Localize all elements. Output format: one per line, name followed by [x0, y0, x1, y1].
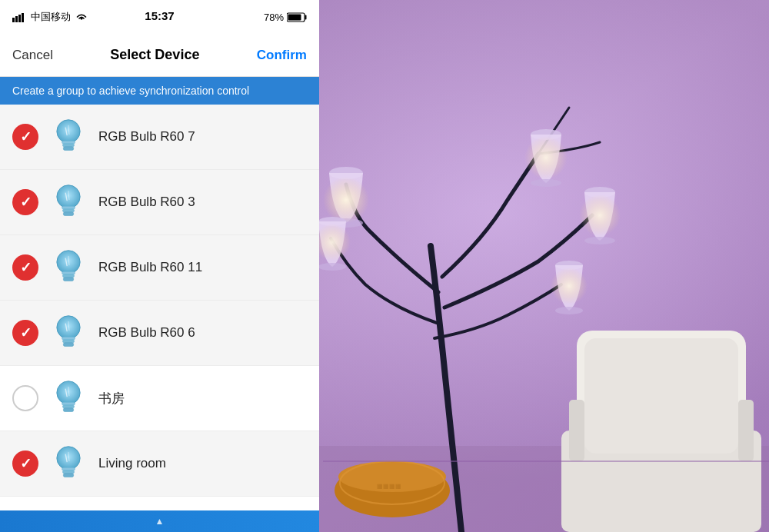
- svg-rect-28: [12, 18, 15, 22]
- device-item[interactable]: RGB Bulb R60 3: [0, 170, 319, 235]
- bulb-svg: [52, 182, 85, 222]
- svg-rect-37: [62, 144, 74, 147]
- svg-rect-67: [62, 470, 74, 474]
- svg-point-35: [57, 120, 80, 143]
- svg-rect-55: [62, 340, 74, 343]
- bulb-icon: [49, 310, 88, 356]
- svg-rect-48: [62, 271, 75, 274]
- svg-point-47: [57, 251, 80, 274]
- device-checkbox[interactable]: [12, 451, 38, 477]
- svg-point-53: [57, 316, 80, 339]
- svg-point-10: [584, 237, 615, 244]
- svg-rect-22: [738, 400, 754, 461]
- svg-rect-30: [18, 15, 21, 22]
- svg-point-5: [323, 177, 369, 223]
- status-bar: 中国移动 15:37 78%: [0, 0, 319, 34]
- svg-rect-61: [62, 405, 74, 408]
- bulb-icon: [49, 375, 88, 421]
- svg-rect-50: [63, 278, 73, 281]
- bulb-icon: [49, 244, 88, 291]
- svg-point-41: [57, 185, 80, 208]
- svg-rect-68: [63, 474, 73, 477]
- signal-icon: [12, 12, 28, 22]
- svg-rect-31: [22, 13, 24, 22]
- svg-rect-33: [305, 15, 307, 19]
- svg-rect-60: [62, 402, 75, 405]
- bulb-icon: [49, 179, 88, 225]
- svg-point-7: [531, 179, 561, 187]
- svg-rect-44: [63, 212, 73, 216]
- carrier-name: 中国移动: [31, 10, 71, 24]
- bulb-icon: [49, 441, 88, 487]
- device-name: 书房: [98, 390, 125, 407]
- bottom-bar-text: ▲: [155, 516, 165, 527]
- svg-point-59: [57, 381, 80, 404]
- svg-point-8: [524, 136, 568, 179]
- device-checkbox[interactable]: [12, 385, 38, 411]
- svg-rect-29: [15, 16, 18, 22]
- battery-percent: 78%: [264, 12, 284, 23]
- svg-rect-54: [62, 337, 75, 340]
- nav-title: Select Device: [110, 47, 199, 63]
- svg-point-65: [57, 447, 80, 470]
- device-checkbox[interactable]: [12, 124, 38, 150]
- device-list[interactable]: RGB Bulb R60 7 RGB Bulb R60 3: [0, 105, 319, 510]
- svg-rect-49: [62, 274, 74, 278]
- svg-rect-38: [63, 147, 73, 151]
- svg-rect-56: [63, 343, 73, 347]
- device-checkbox[interactable]: [12, 189, 38, 215]
- svg-text:▦▦▦▦: ▦▦▦▦: [377, 483, 401, 490]
- svg-rect-21: [569, 400, 584, 461]
- bottom-bar-peek: ▲: [0, 510, 319, 532]
- svg-point-14: [551, 268, 588, 304]
- svg-rect-36: [62, 141, 75, 144]
- device-name: RGB Bulb R60 7: [98, 129, 195, 145]
- svg-point-13: [555, 307, 583, 314]
- svg-point-16: [318, 263, 346, 271]
- bulb-svg: [52, 117, 85, 157]
- bulb-svg: [52, 444, 85, 484]
- svg-point-17: [314, 224, 351, 261]
- svg-point-11: [579, 195, 621, 236]
- bulb-svg: [52, 378, 85, 418]
- bulb-svg: [52, 248, 85, 288]
- svg-rect-42: [62, 206, 75, 209]
- svg-rect-20: [584, 338, 738, 454]
- svg-rect-43: [62, 209, 74, 212]
- svg-rect-34: [288, 14, 301, 20]
- device-name: RGB Bulb R60 6: [98, 325, 195, 341]
- device-item[interactable]: RGB Bulb R60 7: [0, 105, 319, 170]
- info-bar: Create a group to achieve synchronizatio…: [0, 77, 319, 105]
- device-name: RGB Bulb R60 3: [98, 195, 195, 210]
- wifi-icon: [75, 12, 88, 22]
- svg-rect-66: [62, 467, 75, 470]
- device-name: RGB Bulb R60 11: [98, 260, 202, 275]
- nav-bar: Cancel Select Device Confirm: [0, 34, 319, 77]
- device-name: Living room: [98, 456, 166, 471]
- device-checkbox[interactable]: [12, 320, 38, 346]
- status-right: 78%: [264, 12, 307, 23]
- device-checkbox[interactable]: [12, 254, 38, 281]
- bulb-icon: [49, 114, 88, 160]
- confirm-button[interactable]: Confirm: [257, 48, 307, 63]
- device-item[interactable]: RGB Bulb R60 11: [0, 235, 319, 301]
- info-message: Create a group to achieve synchronizatio…: [12, 85, 249, 97]
- bulb-svg: [52, 313, 85, 353]
- mobile-panel: 中国移动 15:37 78% Cancel Select Device Conf…: [0, 0, 319, 532]
- battery-icon: [287, 12, 307, 22]
- status-left: 中国移动: [12, 10, 88, 24]
- svg-rect-62: [63, 408, 73, 412]
- device-item[interactable]: RGB Bulb R60 6: [0, 301, 319, 366]
- device-item[interactable]: 书房: [0, 366, 319, 431]
- cancel-button[interactable]: Cancel: [12, 48, 53, 63]
- device-item[interactable]: Living room: [0, 431, 319, 497]
